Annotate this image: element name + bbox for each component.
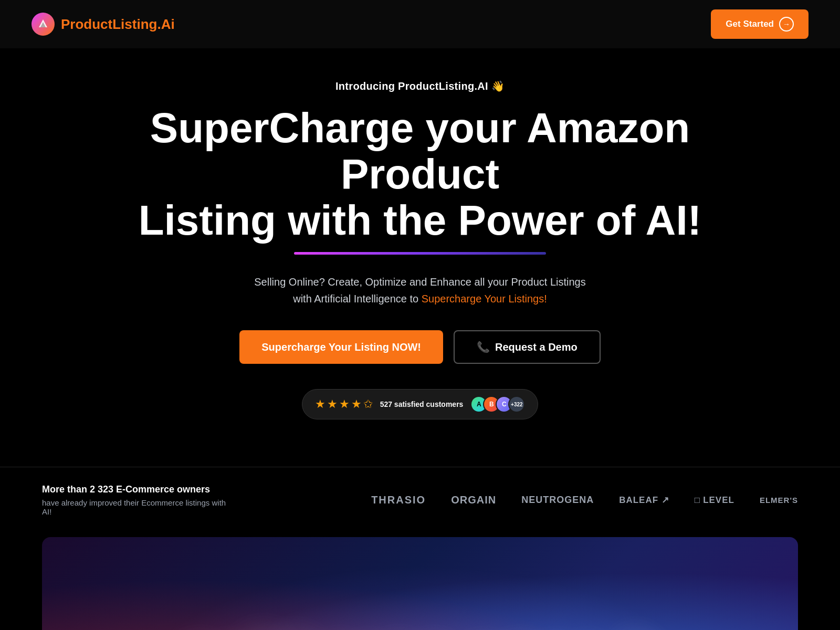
- brands-left-sub: have already improved their Ecommerce li…: [42, 498, 231, 516]
- orgain-logo: Orgain: [451, 494, 496, 506]
- get-started-label: Get Started: [726, 19, 774, 29]
- social-proof-row: ★ ★ ★ ★ ✩ 527 satisfied customers A B C …: [105, 389, 735, 419]
- hero-subtitle-highlight: Supercharge Your Listings!: [422, 293, 547, 304]
- brands-left-text: More than 2 323 E-Commerce owners have a…: [42, 484, 231, 516]
- supercharge-button[interactable]: Supercharge Your Listing NOW!: [239, 330, 443, 364]
- logo-text: ProductListing.Ai: [61, 16, 175, 33]
- request-demo-button[interactable]: 📞 Request a Demo: [454, 330, 601, 364]
- video-text-overlay: erCharge your A: [182, 624, 658, 630]
- hero-intro-text: Introducing ProductListing.AI 👋: [105, 80, 735, 92]
- social-proof-badge: ★ ★ ★ ★ ✩ 527 satisfied customers A B C …: [302, 389, 539, 419]
- brands-logos: THRASIO Orgain Neutrogena baleaf ↗ □ lev…: [371, 494, 798, 506]
- level-logo: □ level: [695, 495, 734, 506]
- star-3: ★: [339, 397, 350, 411]
- hero-subtitle-line2-prefix: with Artificial Intelligence to: [293, 293, 422, 304]
- star-1: ★: [315, 397, 326, 411]
- hero-title-line1: SuperCharge your Amazon Product: [150, 104, 690, 197]
- hero-title: SuperCharge your Amazon Product Listing …: [105, 105, 735, 244]
- customer-avatars: A B C +322: [470, 396, 525, 413]
- navbar: ProductListing.Ai Get Started →: [0, 0, 840, 48]
- logo-area: ProductListing.Ai: [32, 13, 175, 36]
- brands-left-title: More than 2 323 E-Commerce owners: [42, 484, 231, 495]
- star-rating: ★ ★ ★ ★ ✩: [315, 397, 373, 411]
- baleaf-logo: baleaf ↗: [619, 495, 669, 506]
- demo-label: Request a Demo: [495, 341, 578, 353]
- arrow-circle-icon: →: [779, 17, 794, 32]
- hero-title-line2: Listing with the Power of AI!: [139, 197, 702, 244]
- hero-buttons: Supercharge Your Listing NOW! 📞 Request …: [105, 330, 735, 364]
- brands-section: More than 2 323 E-Commerce owners have a…: [0, 484, 840, 537]
- avatar-count: +322: [508, 396, 525, 413]
- section-divider: [0, 467, 840, 467]
- satisfied-count: 527 satisfied customers: [380, 400, 464, 408]
- hero-subtitle: Selling Online? Create, Optimize and Enh…: [105, 274, 735, 307]
- logo-icon: [32, 13, 55, 36]
- level-text: level: [703, 495, 734, 506]
- level-icon: □: [695, 495, 700, 506]
- hero-subtitle-line1: Selling Online? Create, Optimize and Enh…: [254, 276, 585, 288]
- title-underline: [294, 252, 546, 255]
- star-4: ★: [351, 397, 362, 411]
- elmers-logo: Elmer's: [760, 496, 798, 505]
- phone-icon: 📞: [477, 341, 490, 353]
- star-2: ★: [327, 397, 338, 411]
- thrasio-logo: THRASIO: [371, 494, 426, 506]
- video-bg-gradient: [42, 537, 798, 630]
- star-5-half: ✩: [363, 397, 373, 411]
- get-started-button[interactable]: Get Started →: [711, 9, 808, 39]
- hero-section: Introducing ProductListing.AI 👋 SuperCha…: [0, 48, 840, 467]
- video-section: erCharge your A: [42, 537, 798, 630]
- neutrogena-logo: Neutrogena: [521, 495, 594, 506]
